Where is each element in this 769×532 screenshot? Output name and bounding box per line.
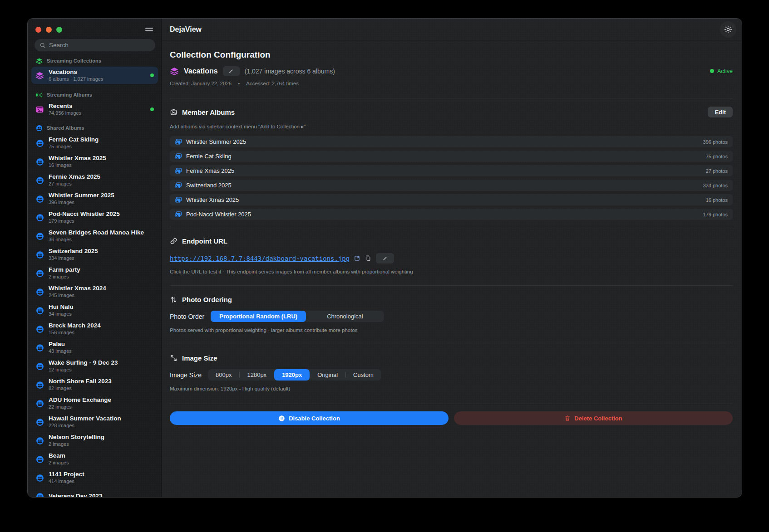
member-album-row[interactable]: Whistler Xmas 2025 16 photos — [170, 194, 733, 205]
sidebar-item-vacations[interactable]: Vacations 6 albums · 1,027 images — [31, 67, 158, 84]
sidebar-item-shared-album[interactable]: ADU Home Exchange 22 images — [28, 394, 162, 413]
section-streaming-albums: Streaming Albums — [28, 92, 162, 98]
item-title: Beam — [49, 452, 69, 460]
section-label: Shared Albums — [47, 125, 84, 131]
main-panel: DejaView Collection Configuration Vacati… — [162, 19, 742, 497]
member-album-row[interactable]: Whistler Summer 2025 396 photos — [170, 136, 733, 147]
sidebar-item-shared-album[interactable]: 1141 Project 414 images — [28, 469, 162, 487]
item-subtitle: 74,956 images — [49, 110, 81, 116]
sidebar-item-shared-album[interactable]: Whistler Xmas 2025 16 images — [28, 152, 162, 171]
divider — [170, 404, 733, 404]
member-album-row[interactable]: Switzerland 2025 334 photos — [170, 180, 733, 191]
external-link-icon[interactable] — [354, 255, 360, 261]
people-icon — [36, 251, 44, 259]
album-photos-icon — [175, 182, 182, 189]
divider — [170, 98, 733, 98]
photo-order-option[interactable]: Chronological — [306, 311, 384, 322]
created-date: Created: January 22, 2026 — [170, 81, 232, 86]
zoom-window-button[interactable] — [56, 27, 62, 33]
edit-url-button[interactable] — [376, 253, 394, 264]
collection-actions: Disable Collection Delete Collection — [170, 411, 733, 425]
status-badge: Active — [710, 68, 733, 74]
album-photos-icon — [175, 153, 182, 160]
sidebar-item-shared-album[interactable]: Nelson Storytelling 2 images — [28, 431, 162, 450]
sidebar-item-shared-album[interactable]: Palau 43 images — [28, 338, 162, 357]
item-title: Farm party — [49, 266, 80, 274]
sidebar-item-shared-album[interactable]: Wake Surfing - 9 Dec 23 12 images — [28, 357, 162, 376]
album-photos-icon — [175, 167, 182, 175]
close-window-button[interactable] — [35, 27, 41, 33]
item-subtitle: 156 images — [49, 330, 101, 336]
accessed-count: Accessed: 2,764 times — [246, 81, 299, 86]
album-count: 27 photos — [706, 168, 728, 174]
disable-collection-button[interactable]: Disable Collection — [170, 411, 449, 425]
people-icon — [36, 158, 44, 166]
image-size-option[interactable]: 1280px — [239, 369, 274, 381]
item-title: Hui Nalu — [49, 303, 74, 311]
sidebar-toggle-icon[interactable] — [144, 26, 154, 33]
edit-albums-button[interactable]: Edit — [708, 107, 733, 117]
layers-icon — [170, 67, 179, 76]
member-album-row[interactable]: Fernie Xmas 2025 27 photos — [170, 165, 733, 176]
sidebar-item-shared-album[interactable]: Hawaii Summer Vacation 228 images — [28, 413, 162, 431]
sidebar-item-shared-album[interactable]: North Shore Fall 2023 82 images — [28, 376, 162, 394]
copy-url-button[interactable] — [365, 255, 371, 262]
people-icon — [36, 455, 44, 464]
item-subtitle: 16 images — [49, 162, 106, 169]
sidebar-item-shared-album[interactable]: Beam 2 images — [28, 450, 162, 469]
image-size-option[interactable]: 800px — [208, 369, 239, 381]
sidebar-item-shared-album[interactable]: Switzerland 2025 334 images — [28, 245, 162, 264]
people-icon — [36, 232, 44, 240]
people-icon — [36, 325, 44, 333]
sort-arrows-icon — [170, 296, 177, 303]
endpoint-url-row: https://192.168.7.7:8443/dakboard-vacati… — [170, 253, 733, 264]
item-subtitle: 75 images — [49, 144, 99, 150]
item-title: ADU Home Exchange — [49, 396, 111, 404]
delete-collection-button[interactable]: Delete Collection — [454, 411, 733, 425]
item-subtitle: 334 images — [49, 255, 98, 262]
album-name: Whistler Summer 2025 — [186, 138, 246, 145]
section-title: Image Size — [182, 354, 217, 362]
desktop: Streaming Collections Vacations 6 albums… — [0, 0, 769, 532]
minimize-window-button[interactable] — [46, 27, 52, 33]
sidebar-item-shared-album[interactable]: Whistler Summer 2025 396 images — [28, 190, 162, 208]
page-title: Collection Configuration — [170, 50, 733, 60]
endpoint-url-link[interactable]: https://192.168.7.7:8443/dakboard-vacati… — [170, 255, 350, 262]
sidebar-item-shared-album[interactable]: Pod-Nacci Whistler 2025 179 images — [28, 208, 162, 227]
window-controls — [28, 19, 162, 33]
sidebar-item-recents[interactable]: Recents 74,956 images — [31, 101, 158, 118]
item-subtitle: 245 images — [49, 293, 106, 299]
image-size-label: Image Size — [170, 371, 202, 379]
item-title: Hawaii Summer Vacation — [49, 415, 121, 423]
image-size-option[interactable]: Custom — [345, 369, 381, 381]
sidebar-item-shared-album[interactable]: Hui Nalu 34 images — [28, 301, 162, 320]
people-icon — [36, 344, 44, 352]
item-title: Nelson Storytelling — [49, 434, 104, 441]
sidebar-item-shared-album[interactable]: Farm party 2 images — [28, 264, 162, 283]
image-size-option[interactable]: Original — [310, 369, 345, 381]
people-icon — [36, 307, 44, 315]
section-title: Photo Ordering — [182, 296, 232, 303]
search-field[interactable] — [35, 39, 155, 51]
sidebar-item-shared-album[interactable]: Seven Bridges Road Manoa Hike 36 images — [28, 227, 162, 245]
image-size-option[interactable]: 1920px — [274, 369, 310, 381]
item-subtitle: 228 images — [49, 423, 121, 429]
member-album-row[interactable]: Pod-Nacci Whistler 2025 179 photos — [170, 209, 733, 220]
people-icon — [36, 195, 44, 203]
item-subtitle: 82 images — [49, 386, 112, 392]
item-title: Whistler Summer 2025 — [49, 192, 114, 200]
album-name: Whistler Xmas 2025 — [186, 196, 239, 203]
item-title: Vacations — [49, 68, 103, 76]
sidebar-item-shared-album[interactable]: Veterans Day 2023 — [28, 487, 162, 497]
sidebar-item-shared-album[interactable]: Fernie Xmas 2025 27 images — [28, 171, 162, 190]
sidebar-item-shared-album[interactable]: Whistler Xmas 2024 245 images — [28, 283, 162, 301]
photo-order-option[interactable]: Proportional Random (LRU) — [211, 311, 306, 322]
people-icon — [36, 474, 44, 482]
sidebar-item-shared-album[interactable]: Fernie Cat Skiing 75 images — [28, 134, 162, 152]
settings-button[interactable] — [720, 21, 736, 38]
item-title: Fernie Xmas 2025 — [49, 173, 100, 181]
search-input[interactable] — [49, 42, 150, 49]
sidebar-item-shared-album[interactable]: Breck March 2024 156 images — [28, 320, 162, 338]
member-album-row[interactable]: Fernie Cat Skiing 75 photos — [170, 151, 733, 162]
rename-collection-button[interactable] — [223, 66, 240, 76]
